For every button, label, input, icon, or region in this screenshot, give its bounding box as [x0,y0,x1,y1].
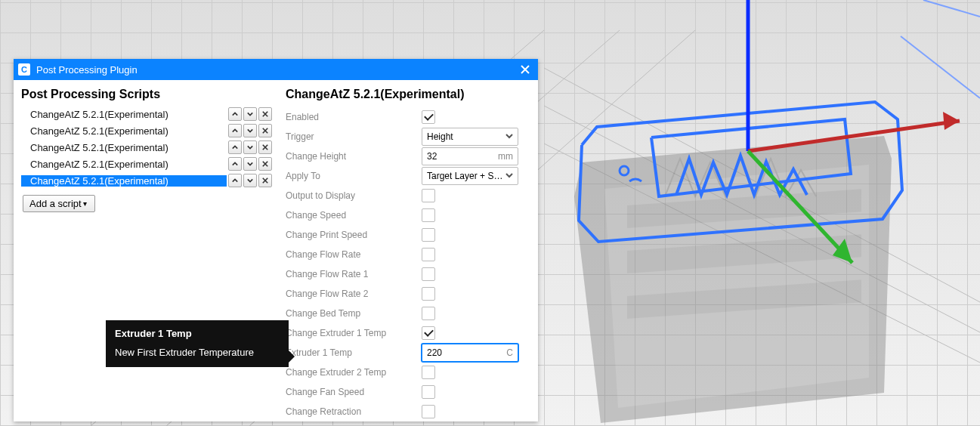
move-up-button[interactable] [228,124,242,137]
chevron-up-icon [232,178,238,184]
tooltip: Extruder 1 Temp New First Extruder Tempe… [106,320,289,367]
remove-button[interactable] [258,140,272,154]
script-list: ChangeAtZ 5.2.1(Experimental)ChangeAtZ 5… [21,106,272,189]
checkbox[interactable] [422,189,435,202]
select-value: Target Layer + Su… [427,171,505,181]
number-input[interactable]: 220C [422,344,518,362]
add-script-button[interactable]: Add a script ▾ [23,195,95,212]
chevron-down-icon [247,128,253,134]
settings-list: EnabledTriggerHeightChange Height32mmApp… [286,107,526,421]
move-up-button[interactable] [228,107,242,121]
chevron-down-icon [505,131,513,142]
checkbox[interactable] [422,366,435,379]
close-icon [521,65,530,74]
settings-panel: ChangeAtZ 5.2.1(Experimental) EnabledTri… [280,80,538,421]
move-down-button[interactable] [243,124,257,137]
number-unit: mm [498,151,513,162]
remove-button[interactable] [258,174,272,187]
script-name[interactable]: ChangeAtZ 5.2.1(Experimental) [21,159,227,170]
setting-label: Change Flow Rate 1 [286,269,422,279]
setting-output-display: Output to Display [286,186,526,205]
setting-label: Change Extruder 1 Temp [286,328,422,338]
select[interactable]: Target Layer + Su… [422,167,518,185]
setting-apply-to: Apply ToTarget Layer + Su… [286,166,526,186]
checkbox[interactable] [422,287,435,301]
chevron-down-icon [505,171,513,181]
move-up-button[interactable] [228,157,242,171]
setting-label: Change Fan Speed [286,387,422,397]
move-down-button[interactable] [243,157,257,171]
x-icon [262,161,268,167]
x-icon [262,111,268,117]
post-processing-dialog: C Post Processing Plugin Post Processing… [14,59,538,421]
chevron-down-icon [247,178,253,184]
setting-label: Change Bed Temp [286,308,422,319]
script-row: ChangeAtZ 5.2.1(Experimental) [21,156,272,172]
checkbox[interactable] [422,326,435,340]
checkbox[interactable] [422,110,435,124]
svg-marker-14 [943,112,960,130]
setting-change-flow: Change Flow Rate [286,245,526,264]
setting-label: Change Flow Rate [286,249,422,260]
move-down-button[interactable] [243,174,257,187]
chevron-up-icon [232,111,238,117]
checkbox[interactable] [422,208,435,222]
setting-label: Change Retraction [286,406,422,417]
setting-change-print-speed: Change Print Speed [286,225,526,245]
setting-label: Extruder 1 Temp [286,347,422,358]
script-name[interactable]: ChangeAtZ 5.2.1(Experimental) [21,125,227,137]
setting-change-fan: Change Fan Speed [286,382,526,402]
build-volume-outline [901,0,980,98]
remove-button[interactable] [258,107,272,121]
setting-change-retract: Change Retraction [286,402,526,421]
number-unit: C [506,347,513,358]
setting-label: Change Flow Rate 2 [286,289,422,299]
setting-label: Change Print Speed [286,230,422,240]
section-title: Post Processing Scripts [21,88,272,101]
setting-e1-temp: Extruder 1 Temp220C [286,343,526,363]
setting-label: Change Extruder 2 Temp [286,367,422,378]
number-value: 32 [427,151,498,162]
setting-label: Output to Display [286,190,422,201]
setting-change-flow2: Change Flow Rate 2 [286,284,526,304]
script-row: ChangeAtZ 5.2.1(Experimental) [21,139,272,156]
dialog-titlebar[interactable]: C Post Processing Plugin [14,59,538,80]
number-value: 220 [427,347,506,358]
move-down-button[interactable] [243,107,257,121]
script-row: ChangeAtZ 5.2.1(Experimental) [21,122,272,139]
panel-title: ChangeAtZ 5.2.1(Experimental) [286,88,526,101]
setting-change-speed: Change Speed [286,205,526,225]
move-up-button[interactable] [228,140,242,154]
setting-change-e1-temp: Change Extruder 1 Temp [286,323,526,343]
setting-label: Change Height [286,151,422,162]
remove-button[interactable] [258,157,272,171]
setting-change-bed: Change Bed Temp [286,304,526,323]
x-icon [262,144,268,150]
chevron-up-icon [232,128,238,134]
chevron-down-icon [247,161,253,167]
setting-change-height: Change Height32mm [286,147,526,166]
chevron-down-icon [247,111,253,117]
checkbox[interactable] [422,405,435,418]
setting-label: Enabled [286,112,422,122]
chevron-up-icon [232,161,238,167]
select[interactable]: Height [422,128,518,146]
checkbox[interactable] [422,385,435,399]
script-name[interactable]: ChangeAtZ 5.2.1(Experimental) [21,109,227,120]
number-input[interactable]: 32mm [422,147,518,165]
checkbox[interactable] [422,267,435,281]
script-name[interactable]: ChangeAtZ 5.2.1(Experimental) [21,175,227,187]
script-name[interactable]: ChangeAtZ 5.2.1(Experimental) [21,142,227,153]
move-down-button[interactable] [243,140,257,154]
checkbox[interactable] [422,228,435,242]
setting-trigger: TriggerHeight [286,127,526,147]
move-up-button[interactable] [228,174,242,187]
checkbox[interactable] [422,307,435,320]
tooltip-text: New First Extruder Temperature [115,347,280,358]
checkbox[interactable] [422,248,435,261]
remove-button[interactable] [258,124,272,137]
setting-label: Trigger [286,131,422,142]
add-script-label: Add a script [29,198,82,209]
close-button[interactable] [517,61,533,78]
script-row: ChangeAtZ 5.2.1(Experimental) [21,106,272,122]
